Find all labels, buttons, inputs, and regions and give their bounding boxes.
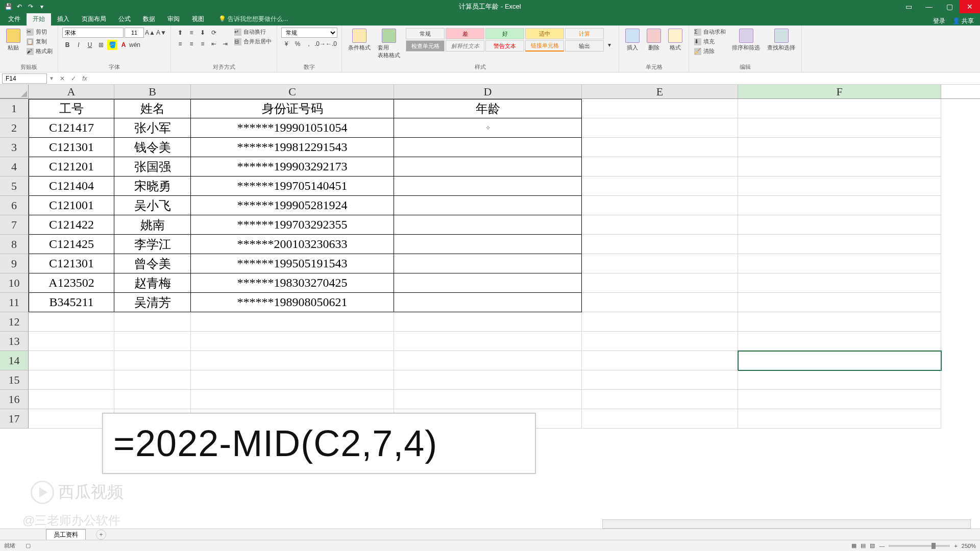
cell-A1[interactable]: 工号 [29, 99, 114, 118]
decrease-decimal-icon[interactable]: ←.0 [326, 39, 336, 49]
cell-A15[interactable] [29, 370, 114, 390]
cancel-formula-icon[interactable]: ✕ [57, 73, 67, 84]
cell-C1[interactable]: 身份证号码 [191, 99, 394, 118]
row-head-13[interactable]: 13 [0, 332, 29, 351]
tab-home[interactable]: 开始 [27, 13, 51, 26]
cell-B16[interactable] [114, 390, 191, 409]
row-head-7[interactable]: 7 [0, 215, 29, 235]
tell-me[interactable]: 💡 告诉我您想要做什么... [215, 13, 291, 26]
cell-C13[interactable] [191, 332, 394, 351]
zoom-slider[interactable] [889, 545, 950, 547]
sort-filter-button[interactable]: 排序和筛选 [730, 28, 762, 53]
ribbon-display-icon[interactable]: ▭ [898, 0, 919, 13]
merge-center-button[interactable]: ⊟合并后居中 [233, 37, 273, 46]
cell-F3[interactable] [738, 138, 941, 157]
cell-A8[interactable]: C121425 [29, 235, 114, 254]
orientation-icon[interactable]: ⟳ [209, 28, 219, 38]
cell-C12[interactable] [191, 312, 394, 332]
cell-B6[interactable]: 吴小飞 [114, 196, 191, 215]
cell-F9[interactable] [738, 254, 941, 273]
tab-layout[interactable]: 页面布局 [76, 13, 112, 26]
tab-file[interactable]: 文件 [2, 13, 27, 26]
horizontal-scrollbar[interactable] [602, 519, 971, 529]
row-head-14[interactable]: 14 [0, 351, 29, 370]
cell-C9[interactable]: ******199505191543 [191, 254, 394, 273]
sheet-tab-active[interactable]: 员工资料 [46, 529, 86, 540]
col-head-D[interactable]: D [394, 85, 582, 98]
cell-F14[interactable] [738, 351, 941, 370]
cell-D14[interactable] [394, 351, 582, 370]
style-check[interactable]: 检查单元格 [406, 40, 445, 52]
conditional-format-button[interactable]: 条件格式 [346, 28, 373, 53]
cell-B5[interactable]: 宋晓勇 [114, 177, 191, 196]
col-head-E[interactable]: E [582, 85, 738, 98]
view-layout-icon[interactable]: ▤ [861, 542, 866, 549]
style-good[interactable]: 好 [485, 28, 524, 39]
cell-B11[interactable]: 吴清芳 [114, 293, 191, 312]
row-head-16[interactable]: 16 [0, 390, 29, 409]
cell-D9[interactable] [394, 254, 582, 273]
cell-A14[interactable] [29, 351, 114, 370]
macro-record-icon[interactable]: ▢ [26, 542, 31, 549]
cell-E4[interactable] [582, 157, 738, 177]
align-center-icon[interactable]: ≡ [186, 39, 197, 49]
share-link[interactable]: 👤 共享 [952, 17, 974, 26]
row-head-8[interactable]: 8 [0, 235, 29, 254]
cell-A17[interactable] [29, 409, 114, 429]
cell-E1[interactable] [582, 99, 738, 118]
style-bad[interactable]: 差 [446, 28, 484, 39]
cell-D4[interactable] [394, 157, 582, 177]
cell-E11[interactable] [582, 293, 738, 312]
increase-decimal-icon[interactable]: .0→ [315, 39, 325, 49]
cell-C7[interactable]: ******199703292355 [191, 215, 394, 235]
cell-A11[interactable]: B345211 [29, 293, 114, 312]
cell-A7[interactable]: C121422 [29, 215, 114, 235]
currency-icon[interactable]: ¥ [281, 39, 291, 49]
format-as-table-button[interactable]: 套用 表格格式 [376, 28, 402, 60]
italic-icon[interactable]: I [74, 40, 84, 50]
row-head-11[interactable]: 11 [0, 293, 29, 312]
cell-F4[interactable] [738, 157, 941, 177]
cell-A12[interactable] [29, 312, 114, 332]
find-select-button[interactable]: 查找和选择 [765, 28, 797, 53]
copy-button[interactable]: 📋复制 [26, 37, 54, 46]
qat-dropdown-icon[interactable]: ▾ [38, 3, 46, 11]
zoom-in-icon[interactable]: + [954, 543, 957, 549]
style-calc[interactable]: 计算 [565, 28, 604, 39]
cell-B2[interactable]: 张小军 [114, 118, 191, 138]
cell-E6[interactable] [582, 196, 738, 215]
clear-button[interactable]: 🧹清除 [693, 47, 727, 56]
paste-button[interactable]: 粘贴 [4, 28, 22, 53]
insert-cells-button[interactable]: 插入 [623, 28, 642, 53]
cell-C6[interactable]: ******199905281924 [191, 196, 394, 215]
number-format-select[interactable]: 常规 [281, 28, 337, 38]
cell-F15[interactable] [738, 370, 941, 390]
tab-review[interactable]: 审阅 [161, 13, 186, 26]
border-icon[interactable]: ⊞ [96, 40, 106, 50]
zoom-level[interactable]: 250% [962, 543, 976, 549]
align-left-icon[interactable]: ≡ [175, 39, 185, 49]
cell-D2[interactable]: ✜ [394, 118, 582, 138]
cell-D8[interactable] [394, 235, 582, 254]
cell-F5[interactable] [738, 177, 941, 196]
formula-input[interactable] [93, 73, 980, 84]
cell-E16[interactable] [582, 390, 738, 409]
cell-D10[interactable] [394, 273, 582, 293]
view-normal-icon[interactable]: ▦ [851, 542, 856, 549]
cell-B13[interactable] [114, 332, 191, 351]
cell-B8[interactable]: 李学江 [114, 235, 191, 254]
cell-E10[interactable] [582, 273, 738, 293]
style-normal[interactable]: 常规 [406, 28, 445, 39]
row-head-6[interactable]: 6 [0, 196, 29, 215]
cell-D1[interactable]: 年龄 [394, 99, 582, 118]
cell-C16[interactable] [191, 390, 394, 409]
undo-icon[interactable]: ↶ [15, 3, 23, 11]
cell-B15[interactable] [114, 370, 191, 390]
cell-A13[interactable] [29, 332, 114, 351]
underline-icon[interactable]: U [85, 40, 95, 50]
cell-A9[interactable]: C121301 [29, 254, 114, 273]
fill-color-icon[interactable]: 🪣 [107, 40, 117, 50]
add-sheet-button[interactable]: + [96, 530, 106, 540]
cell-F7[interactable] [738, 215, 941, 235]
row-head-2[interactable]: 2 [0, 118, 29, 138]
